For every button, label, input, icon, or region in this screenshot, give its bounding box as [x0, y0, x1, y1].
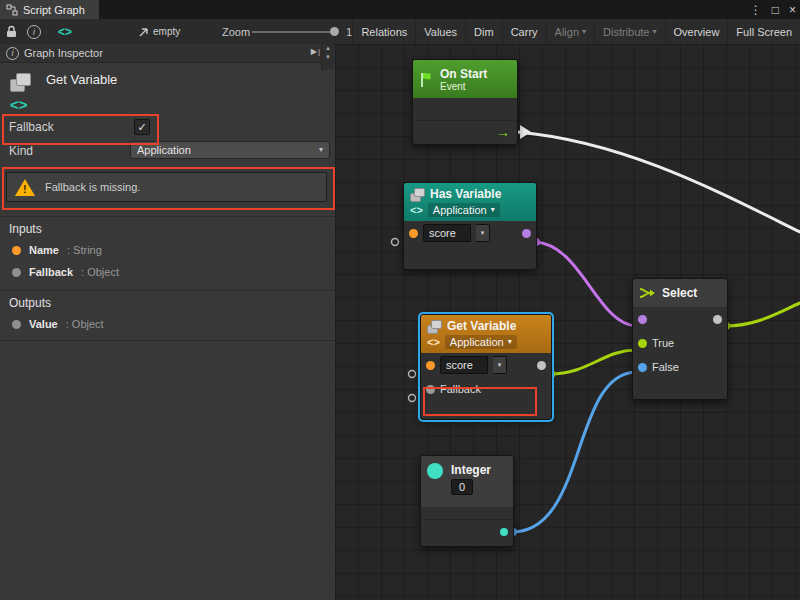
node-title: Has Variable	[430, 187, 501, 201]
menu-dots-icon[interactable]: ⋮	[750, 3, 762, 17]
code-icon: <>	[410, 204, 423, 216]
output-type: : Object	[66, 318, 104, 330]
annotation-box-warning	[2, 167, 335, 210]
variable-name-field[interactable]: score	[423, 224, 471, 242]
window-controls: ⋮ □ ×	[750, 0, 796, 19]
variables-icon	[410, 188, 425, 201]
carry-button[interactable]: Carry	[502, 19, 546, 44]
port-dot-orange	[12, 246, 21, 255]
inputs-header: Inputs	[9, 222, 42, 236]
panel-scrollbar[interactable]: ▲ ▼	[321, 44, 334, 70]
wire-layer	[335, 44, 800, 600]
name-input-port[interactable]	[426, 361, 435, 370]
node-integer[interactable]: Integer 0	[420, 455, 514, 547]
integer-output-port[interactable]	[500, 528, 508, 536]
kind-value: Application	[137, 144, 191, 156]
node-select[interactable]: Select True False	[632, 278, 728, 400]
scroll-down-icon[interactable]: ▼	[325, 53, 331, 62]
kind-dropdown[interactable]: Application ▾	[130, 141, 330, 159]
port-row: score ▾	[421, 353, 551, 377]
chevron-down-icon: ▾	[653, 28, 657, 36]
inspector-title: Graph Inspector	[24, 47, 103, 59]
zoom-slider-handle[interactable]	[330, 27, 339, 36]
maximize-icon[interactable]: □	[772, 3, 779, 17]
input-row-name: Name : String	[12, 242, 102, 258]
variables-icon	[10, 72, 32, 92]
field-dropdown[interactable]: ▾	[493, 356, 507, 374]
unconnected-port-ring[interactable]	[392, 239, 399, 246]
lock-icon[interactable]	[5, 19, 17, 44]
inspected-node-title: Get Variable	[46, 72, 117, 87]
relations-button[interactable]: Relations	[352, 19, 415, 44]
port-row	[633, 307, 727, 331]
field-dropdown[interactable]: ▾	[476, 224, 490, 242]
divider	[0, 340, 335, 341]
kind-value: Application	[433, 204, 487, 216]
variable-name-field[interactable]: score	[440, 356, 488, 374]
step-forward-icon[interactable]: ▶|	[311, 47, 321, 56]
value-output-port[interactable]	[537, 361, 546, 370]
input-name: Name	[29, 244, 59, 256]
kind-dropdown[interactable]: Application ▾	[445, 335, 517, 349]
distribute-dropdown[interactable]: Distribute ▾	[594, 19, 664, 44]
chevron-down-icon: ▾	[582, 28, 586, 36]
zoom-label: Zoom	[222, 19, 250, 44]
wire-getvariable-select-true[interactable]	[550, 350, 636, 374]
unconnected-port-ring[interactable]	[409, 371, 416, 378]
input-type: : Object	[81, 266, 119, 278]
port-dot-gray	[12, 268, 21, 277]
output-name: Value	[29, 318, 58, 330]
wire-select-output[interactable]	[726, 303, 800, 326]
selection-status: empty	[153, 19, 180, 44]
variables-icon	[427, 320, 442, 333]
node-has-variable[interactable]: Has Variable <> Application ▾ score ▾	[403, 182, 537, 270]
false-input-port[interactable]	[638, 363, 647, 372]
chevron-down-icon: ▾	[498, 361, 502, 369]
condition-input-port[interactable]	[638, 315, 647, 324]
kind-dropdown[interactable]: Application ▾	[428, 203, 500, 217]
title-bar: Script Graph ⋮ □ ×	[0, 0, 800, 20]
script-graph-icon	[6, 4, 18, 16]
fullscreen-button[interactable]: Full Screen	[727, 19, 800, 44]
code-view-icon[interactable]: <>	[58, 19, 72, 44]
dim-button[interactable]: Dim	[465, 19, 502, 44]
node-title: Select	[662, 286, 697, 300]
selection-output-port[interactable]	[713, 315, 722, 324]
zoom-slider-track[interactable]	[252, 31, 338, 33]
kind-label: Kind	[9, 144, 33, 158]
close-icon[interactable]: ×	[789, 3, 796, 17]
kind-value: Application	[450, 336, 504, 348]
values-button[interactable]: Values	[415, 19, 465, 44]
info-icon: i	[6, 47, 19, 60]
port-row: False	[633, 355, 727, 379]
chevron-down-icon: ▾	[491, 206, 495, 214]
port-row	[421, 519, 513, 544]
port-row: True	[633, 331, 727, 355]
outputs-header: Outputs	[9, 296, 51, 310]
get-variable-icon: <>	[10, 96, 28, 113]
exec-output-arrow[interactable]	[520, 125, 531, 139]
true-input-port[interactable]	[638, 339, 647, 348]
false-port-label: False	[652, 361, 679, 373]
overview-button[interactable]: Overview	[665, 19, 728, 44]
node-on-start[interactable]: On Start Event →	[412, 59, 518, 145]
align-dropdown[interactable]: Align ▾	[546, 19, 594, 44]
name-input-port[interactable]	[409, 229, 418, 238]
input-name: Fallback	[29, 266, 73, 278]
select-icon	[639, 286, 656, 300]
scroll-up-icon[interactable]: ▲	[325, 44, 331, 53]
info-toggle[interactable]: i	[27, 19, 41, 44]
tab-script-graph[interactable]: Script Graph	[0, 0, 99, 19]
integer-value-field[interactable]: 0	[451, 479, 473, 495]
graph-canvas[interactable]: On Start Event → Has Variable <> Applica…	[335, 44, 800, 600]
inspector-header: i Graph Inspector ▶| ▲ ▼	[0, 44, 335, 63]
chevron-down-icon: ▾	[481, 229, 485, 237]
wire-onstart-exec[interactable]	[518, 132, 800, 232]
node-subtitle: Event	[440, 81, 487, 92]
annotation-box-fallback-port	[423, 387, 537, 416]
exec-arrow-icon[interactable]: →	[496, 125, 510, 139]
result-output-port[interactable]	[522, 229, 531, 238]
node-title: Integer	[451, 463, 491, 477]
unconnected-port-ring[interactable]	[409, 395, 416, 402]
integer-icon	[427, 463, 443, 479]
